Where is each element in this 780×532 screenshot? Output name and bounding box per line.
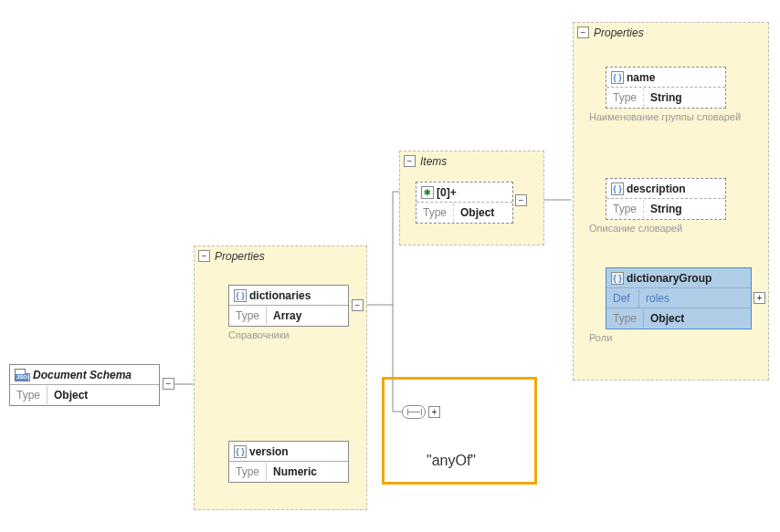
type-value: String — [644, 89, 689, 107]
node-description[interactable]: { } description Type String — [606, 178, 726, 220]
group-title: Properties — [594, 26, 644, 39]
braces-icon: { } — [611, 183, 624, 195]
node-title: { } description — [606, 180, 692, 198]
def-label: Def — [606, 289, 639, 308]
node-dictionaries[interactable]: { } dictionaries Type Array — [228, 285, 349, 327]
braces-icon: { } — [234, 289, 247, 302]
braces-icon: { } — [234, 445, 247, 458]
anyof-label: "anyOf" — [427, 453, 476, 469]
node-title: { } name — [606, 68, 661, 87]
annotation-dictionaries: Справочники — [228, 329, 290, 340]
type-label: Type — [606, 309, 644, 328]
group-title: Items — [420, 155, 447, 168]
node-title: ✱ [0]+ — [416, 183, 463, 202]
type-label: Type — [229, 307, 267, 325]
node-dictionary-group[interactable]: { } dictionaryGroup Def roles Type Objec… — [606, 267, 752, 329]
node-document-schema[interactable]: Document Schema Type Object — [9, 364, 160, 406]
type-value: Object — [454, 203, 501, 222]
type-label: Type — [229, 463, 267, 481]
node-title: Document Schema — [10, 366, 138, 384]
type-value: Array — [267, 307, 308, 325]
node-title: { } dictionaries — [229, 287, 317, 305]
expand-handle[interactable]: − — [352, 299, 364, 311]
annotation-dictionary-group: Роли — [589, 332, 612, 343]
braces-icon: { } — [611, 272, 624, 285]
type-label: Type — [606, 89, 644, 107]
type-value: Object — [644, 309, 690, 328]
node-name[interactable]: { } name Type String — [606, 67, 726, 109]
type-value: String — [644, 200, 689, 218]
type-label: Type — [606, 200, 644, 218]
node-title: { } dictionaryGroup — [606, 269, 718, 287]
node-title: { } version — [229, 443, 295, 461]
anyof-symbol[interactable] — [402, 405, 426, 419]
node-items-0[interactable]: ✱ [0]+ Type Object — [416, 182, 513, 224]
group-title: Properties — [215, 250, 265, 263]
braces-icon: { } — [611, 71, 624, 84]
collapse-icon[interactable]: − — [577, 26, 589, 38]
node-version[interactable]: { } version Type Numeric — [228, 441, 349, 483]
expand-handle[interactable]: − — [163, 378, 174, 390]
json-icon — [15, 369, 30, 381]
def-value: roles — [639, 289, 676, 308]
expand-handle[interactable]: − — [515, 194, 527, 206]
type-value: Object — [47, 386, 94, 404]
collapse-icon[interactable]: − — [198, 250, 210, 262]
type-label: Type — [10, 386, 47, 404]
type-label: Type — [416, 203, 454, 222]
expand-handle[interactable]: + — [428, 406, 440, 418]
annotation-name: Наименование группы словарей — [589, 111, 754, 122]
type-value: Numeric — [267, 463, 323, 481]
expand-handle[interactable]: + — [754, 292, 765, 304]
collapse-icon[interactable]: − — [404, 155, 416, 167]
star-icon: ✱ — [421, 186, 434, 199]
annotation-description: Описание словарей — [589, 223, 682, 234]
